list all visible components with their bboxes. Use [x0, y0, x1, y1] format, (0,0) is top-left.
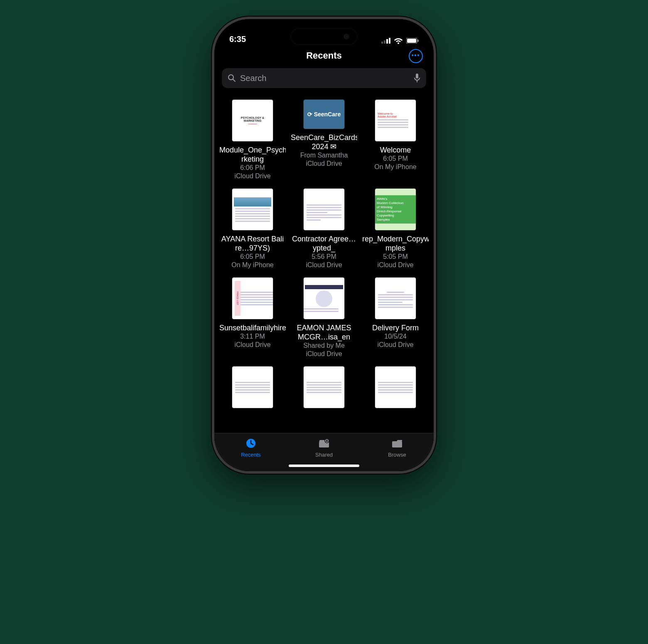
file-meta-line2: iCloud Drive: [306, 160, 342, 168]
file-name: Delivery Form: [372, 323, 419, 332]
file-item[interactable]: EAMON JAMES MCGR…isa_en Shared by Me iCl…: [288, 272, 360, 361]
svg-rect-1: [384, 40, 385, 44]
file-meta-line1: 5:05 PM: [383, 253, 408, 261]
file-meta-line1: 5:56 PM: [312, 253, 336, 261]
file-item[interactable]: [288, 361, 360, 415]
browse-icon: [391, 438, 403, 450]
file-meta-line1: 6:05 PM: [383, 155, 408, 163]
power-button: [435, 140, 436, 185]
shared-icon: ✉︎: [330, 142, 336, 151]
file-item[interactable]: Delivery Form 10/5/24 iCloud Drive: [360, 272, 431, 361]
svg-rect-15: [392, 441, 402, 447]
file-item[interactable]: PRICE LIST Sunsetbalifamilyhire.pricelis…: [217, 272, 288, 361]
file-thumbnail: Welcome toAdobe Acrobat: [375, 100, 416, 141]
tab-label: Shared: [315, 452, 333, 458]
svg-rect-6: [417, 39, 419, 42]
file-item[interactable]: Contractor Agree…ypted_ 5:56 PM iCloud D…: [288, 183, 360, 272]
search-icon: [228, 74, 236, 82]
status-icons: [381, 37, 419, 44]
side-button: [212, 102, 213, 119]
tab-label: Recents: [241, 452, 261, 458]
file-meta-line2: iCloud Drive: [234, 172, 270, 180]
microphone-icon[interactable]: [414, 74, 420, 83]
file-meta-line1: 6:06 PM: [240, 164, 265, 172]
file-name: EAMON JAMES MCGR…isa_en: [291, 323, 357, 342]
file-meta-line1: 3:11 PM: [240, 332, 265, 341]
page-title: Recents: [306, 50, 342, 61]
file-thumbnail: ⟳ SeenCare: [304, 100, 344, 129]
file-item[interactable]: [360, 361, 431, 415]
file-meta-line2: On My iPhone: [231, 261, 273, 269]
shared-icon: [318, 438, 330, 450]
file-name: Welcome: [380, 145, 411, 155]
file-name: Contractor Agree…ypted_: [291, 234, 357, 253]
search-input[interactable]: [240, 74, 410, 83]
file-item[interactable]: Welcome toAdobe Acrobat Welcome 6:05 PM …: [360, 94, 431, 183]
tab-shared[interactable]: Shared: [303, 438, 345, 458]
svg-line-8: [233, 79, 235, 81]
tab-label: Browse: [388, 452, 406, 458]
tab-bar: Recents Shared Browse: [214, 433, 434, 471]
svg-point-14: [326, 440, 327, 441]
search-bar[interactable]: [222, 68, 426, 88]
volume-up-button: [212, 131, 213, 160]
file-meta-line2: iCloud Drive: [377, 261, 413, 269]
phone-frame: 6:35 Recents ••• PSYCHOLOGY &MA: [212, 17, 436, 474]
svg-rect-9: [416, 74, 418, 79]
file-item[interactable]: ⟳ SeenCare SeenCare_BizCards_…2024✉︎ Fro…: [288, 94, 360, 183]
file-thumbnail: [232, 189, 273, 230]
file-meta-line2: On My iPhone: [374, 163, 416, 171]
file-thumbnail: [304, 278, 344, 319]
home-indicator[interactable]: [289, 465, 359, 467]
file-meta-line2: iCloud Drive: [377, 341, 413, 349]
battery-icon: [406, 38, 419, 44]
file-item[interactable]: AWAI'sModern Collectionof WinningDirect-…: [360, 183, 431, 272]
file-meta-line1: From Samantha: [300, 151, 348, 160]
file-thumbnail: [232, 366, 273, 408]
file-thumbnail: [304, 189, 344, 230]
file-item[interactable]: AYANA Resort Bali re…97YS) 6:05 PM On My…: [217, 183, 288, 272]
nav-header: Recents •••: [214, 46, 434, 66]
file-meta-line1: 6:05 PM: [240, 253, 265, 261]
volume-down-button: [212, 169, 213, 198]
file-name: Module_One_Psychol…rketing: [219, 145, 286, 164]
svg-point-7: [228, 75, 233, 80]
dynamic-island: [291, 28, 357, 45]
cellular-icon: [381, 38, 390, 44]
file-meta-line2: iCloud Drive: [306, 350, 342, 358]
file-thumbnail: [375, 278, 416, 319]
file-thumbnail: PRICE LIST: [232, 278, 273, 319]
file-thumbnail: AWAI'sModern Collectionof WinningDirect-…: [375, 189, 416, 230]
more-button[interactable]: •••: [409, 49, 423, 63]
file-name: SeenCare_BizCards_…2024✉︎: [291, 133, 357, 151]
file-thumbnail: [375, 366, 416, 408]
file-thumbnail: [304, 366, 344, 408]
svg-rect-2: [386, 39, 388, 44]
file-name: Sunsetbalifamilyhire.pricelist: [219, 323, 286, 332]
file-item[interactable]: PSYCHOLOGY &MARKETING——— Module_One_Psyc…: [217, 94, 288, 183]
file-meta-line2: iCloud Drive: [234, 341, 270, 349]
file-meta-line1: Shared by Me: [303, 342, 345, 350]
file-meta-line1: 10/5/24: [384, 332, 406, 341]
wifi-icon: [394, 37, 403, 44]
svg-rect-3: [389, 38, 390, 44]
files-grid-scroll[interactable]: PSYCHOLOGY &MARKETING——— Module_One_Psyc…: [214, 92, 434, 433]
files-grid: PSYCHOLOGY &MARKETING——— Module_One_Psyc…: [217, 94, 431, 415]
file-thumbnail: PSYCHOLOGY &MARKETING———: [232, 100, 273, 141]
file-item[interactable]: [217, 361, 288, 415]
svg-rect-5: [407, 39, 416, 43]
tab-browse[interactable]: Browse: [376, 438, 418, 458]
recents-icon: [245, 438, 257, 450]
file-name: rep_Modern_Copywri…mples: [362, 234, 429, 253]
file-meta-line2: iCloud Drive: [306, 261, 342, 269]
tab-recents[interactable]: Recents: [230, 438, 272, 458]
svg-rect-0: [381, 42, 383, 44]
file-name: AYANA Resort Bali re…97YS): [219, 234, 286, 253]
status-time: 6:35: [229, 34, 246, 44]
